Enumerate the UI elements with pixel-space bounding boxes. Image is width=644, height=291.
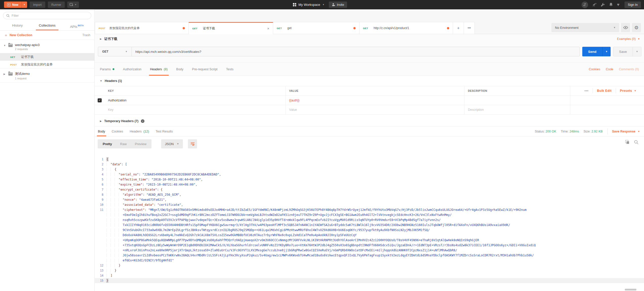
request-title: 证书下载 — [104, 37, 117, 41]
sync-disabled-button[interactable] — [582, 2, 588, 8]
time-value: 248ms — [569, 130, 579, 133]
satellite-icon — [592, 3, 597, 7]
import-button[interactable]: Import — [30, 2, 45, 8]
filter-input[interactable] — [12, 14, 88, 17]
new-window-button[interactable]: ▼ — [67, 2, 79, 8]
view-mode-raw[interactable]: Raw — [116, 142, 131, 146]
examples-dropdown[interactable]: Examples (0)▼ — [617, 37, 640, 41]
header-description-cell[interactable] — [464, 96, 570, 105]
json-punct: : — [154, 203, 157, 207]
column-header-key: KEY — [104, 86, 286, 95]
header-key-cell[interactable]: Authorization — [104, 96, 286, 105]
code-line-wrap: ef6Ex+KG3dI/OINIY/9fEgHHfdI" — [95, 258, 644, 263]
tab-headers[interactable]: Headers(8) — [150, 63, 168, 76]
wrap-text-button[interactable] — [188, 139, 197, 148]
chevron-down-icon: ▼ — [4, 43, 6, 51]
comments-link[interactable]: Comments (0) — [619, 68, 639, 71]
json-key: "expire_time" — [119, 183, 142, 186]
view-mode-pretty[interactable]: Pretty — [99, 142, 116, 146]
sidebar-tab-apis[interactable]: APIsBETA — [62, 21, 92, 30]
save-button[interactable]: Save ▼ — [613, 47, 641, 56]
response-body-code[interactable]: 1{2"data": [3{4"serial_no": "22BA85499B6… — [95, 152, 644, 291]
tab-authorization[interactable]: Authorization — [123, 63, 141, 76]
workspace-switcher[interactable]: My Workspace — [298, 3, 320, 7]
tab-label: Test Results — [156, 130, 173, 133]
tab-pre-request-script[interactable]: Pre-request Script — [192, 63, 218, 76]
more-options-button[interactable]: ••• — [581, 89, 593, 93]
tab-label: Authorization — [123, 68, 141, 71]
collapse-caret-icon[interactable]: ▼ — [100, 80, 102, 82]
url-input[interactable] — [132, 47, 579, 56]
value-placeholder[interactable]: Value — [286, 105, 464, 114]
tab-tests[interactable]: Tests — [226, 63, 233, 76]
environment-preview-button[interactable] — [621, 23, 630, 32]
collection-header[interactable]: ▼wechatpay-apiv32 requests — [0, 40, 94, 53]
response-tab-test-results[interactable]: Test Results — [156, 126, 173, 136]
request-tab-0[interactable]: POST发放指定批次的代金券 — [95, 22, 189, 34]
plus-icon — [7, 3, 10, 6]
collapse-caret-icon[interactable]: ▶ — [100, 120, 102, 122]
horizontal-scrollbar[interactable] — [625, 289, 636, 290]
collection-block: ▼wechatpay-apiv32 requestsGET证书下载POST发放指… — [0, 40, 94, 69]
runner-button[interactable]: Runner — [48, 2, 65, 8]
view-mode-preview[interactable]: Preview — [131, 142, 151, 146]
format-selector[interactable]: JSON ▼ — [161, 139, 183, 148]
sidebar-tab-collections[interactable]: Collections — [32, 21, 62, 30]
request-tab-3[interactable]: GEThttp://z.cn/api/v1/product/1 — [359, 22, 453, 34]
line-content: DdoOuV4A8HLhOE6SG2Lrs6beHy4L7neNkEvQ2Gh7… — [106, 233, 357, 237]
header-value-cell[interactable]: {{auth}} — [286, 96, 464, 105]
line-content: "ciphertext": "MRgnT/OW/Eg1zR6OTRAS6Sn5M… — [106, 208, 527, 212]
invite-button[interactable]: Invite — [329, 2, 347, 8]
sidebar-request-post[interactable]: POST发放指定批次的代金券 — [0, 61, 94, 68]
new-dropdown-caret[interactable]: ▼ — [22, 2, 27, 8]
search-response-icon[interactable] — [634, 140, 638, 144]
json-string: ef6Ex+KG3dI/OINIY/9fEgHHfdI" — [123, 259, 174, 262]
info-icon[interactable]: i — [141, 119, 144, 123]
send-options-caret[interactable]: ▼ — [602, 47, 611, 56]
description-placeholder[interactable]: Description — [464, 105, 570, 114]
header-row-checkbox[interactable]: ✓ — [98, 98, 102, 102]
copy-icon[interactable] — [625, 140, 629, 144]
collection-name: 测试demo — [15, 72, 30, 76]
response-tab-body[interactable]: Body — [98, 126, 105, 136]
response-tab-cookies[interactable]: Cookies — [112, 126, 123, 136]
heart-button[interactable]: ♥ — [617, 2, 619, 7]
line-number: 13 — [95, 269, 103, 272]
sidebar-tab-history[interactable]: History — [3, 21, 32, 30]
response-tab-headers[interactable]: Headers(12) — [130, 126, 149, 136]
json-string: DdoOuV4A8HLhOE6SG2Lrs6beHy4L7neNkEvQ2Gh7… — [123, 233, 357, 237]
new-collection-button[interactable]: ＋New Collection — [4, 33, 32, 38]
collection-header[interactable]: ▶测试demo1 request — [0, 69, 94, 82]
more-tabs-button[interactable]: ••• — [464, 22, 475, 34]
line-number: 11 — [95, 208, 103, 212]
tab-label: Params — [100, 68, 111, 71]
close-icon[interactable]: × — [267, 26, 269, 31]
notifications-button[interactable] — [609, 3, 613, 7]
save-options-caret[interactable]: ▼ — [633, 47, 641, 56]
method-selector[interactable]: GET ▼ — [98, 47, 132, 56]
sidebar-request-get[interactable]: GET证书下载 — [0, 53, 94, 61]
presets-dropdown[interactable]: Presets▼ — [616, 89, 640, 93]
tab-body[interactable]: Body — [176, 63, 184, 76]
settings-button[interactable] — [601, 3, 605, 7]
settings-gear-button[interactable]: ⚙ — [632, 23, 641, 32]
new-button[interactable]: New — [4, 2, 22, 8]
add-tab-button[interactable]: ＋ — [453, 22, 464, 34]
signin-button[interactable]: Sign In — [625, 2, 641, 8]
request-tab-1[interactable]: GET证书下载× — [189, 22, 273, 34]
request-tab-2[interactable]: GETget — [273, 22, 359, 34]
trash-button[interactable]: Trash — [82, 33, 91, 37]
tab-params[interactable]: Params — [100, 63, 114, 76]
send-button[interactable]: Send ▼ — [582, 47, 611, 56]
code-link[interactable]: Code — [606, 68, 613, 71]
collection-info: 测试demo1 request — [15, 72, 30, 80]
save-response-button[interactable]: Save Response▼ — [607, 128, 640, 135]
cookies-link[interactable]: Cookies — [589, 68, 600, 71]
key-placeholder[interactable]: Key — [104, 105, 286, 114]
bulk-edit-button[interactable]: Bulk Edit — [593, 89, 616, 93]
environment-selector[interactable]: No Environment ▼ — [551, 23, 619, 32]
chevron-down-icon: ▼ — [638, 38, 640, 40]
status-button[interactable] — [592, 3, 597, 7]
json-punct: , — [179, 193, 181, 196]
collapse-caret-icon[interactable]: ▶ — [100, 38, 102, 40]
